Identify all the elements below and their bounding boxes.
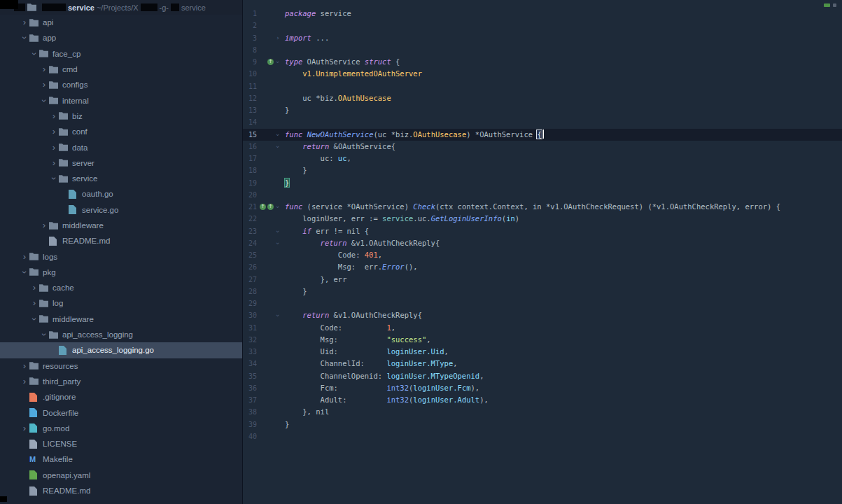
tree-item[interactable]: ›server <box>0 155 242 171</box>
line-number[interactable]: 16 <box>243 141 257 153</box>
code-line-21[interactable]: 21↑↑›func (service *OAuthService) Check(… <box>243 201 842 213</box>
code-line-39[interactable]: 39} <box>243 419 842 430</box>
code-line-30[interactable]: 30› return &v1.OAuthCheckReply{ <box>243 309 842 321</box>
tree-item[interactable]: README.md <box>0 483 242 498</box>
tree-item[interactable]: ›go.mod <box>0 421 242 436</box>
line-number[interactable]: 11 <box>243 80 257 92</box>
line-number[interactable]: 19 <box>243 177 257 189</box>
tree-item[interactable]: openapi.yaml <box>0 468 242 483</box>
code-line-20[interactable]: 20 <box>243 189 842 201</box>
tree-item[interactable]: ›conf <box>0 124 242 139</box>
chevron-right-icon[interactable]: › <box>39 64 49 74</box>
code-line-9[interactable]: 9↑›type OAuthService struct { <box>243 56 842 68</box>
tree-item[interactable]: ›configs <box>0 77 242 92</box>
chevron-down-icon[interactable]: › <box>49 174 59 183</box>
line-number[interactable]: 1 <box>243 8 257 20</box>
code-line-37[interactable]: 37 Adult: int32(loginUser.Adult), <box>243 394 842 406</box>
analysis-gray-icon[interactable] <box>833 4 836 7</box>
code-line-13[interactable]: 13} <box>243 104 842 116</box>
implemented-marker-icon[interactable]: ↑ <box>260 204 266 210</box>
tree-item[interactable]: ›middleware <box>0 312 242 327</box>
chevron-right-icon[interactable]: › <box>49 127 59 136</box>
tree-item[interactable]: ›log <box>0 295 242 311</box>
tree-item[interactable]: ›middleware <box>0 218 242 233</box>
line-number[interactable]: 8 <box>243 44 257 56</box>
chevron-down-icon[interactable]: › <box>29 49 39 59</box>
line-number[interactable]: 40 <box>243 430 257 442</box>
code-line-27[interactable]: 27 }, err <box>243 274 842 286</box>
code-line-15[interactable]: 15›func NewOAuthService(uc *biz.OAuthUse… <box>243 129 842 141</box>
tree-item[interactable]: Dockerfile <box>0 405 242 420</box>
tree-item[interactable]: api_access_logging.go <box>0 342 242 358</box>
line-number[interactable]: 37 <box>243 394 257 406</box>
fold-open-icon[interactable]: › <box>272 314 283 317</box>
code-line-1[interactable]: 1package service <box>243 8 842 20</box>
line-number[interactable]: 36 <box>243 382 257 394</box>
inspections-widget[interactable] <box>824 4 836 7</box>
tree-item[interactable]: ›logs <box>0 248 242 264</box>
tree-item[interactable]: MMakefile <box>0 451 242 467</box>
tree-item[interactable]: ›biz <box>0 108 242 124</box>
chevron-right-icon[interactable]: › <box>39 220 49 230</box>
tree-item[interactable]: README.md <box>0 233 242 248</box>
fold-open-icon[interactable]: › <box>272 205 283 209</box>
line-number[interactable]: 39 <box>243 419 257 430</box>
tree-item[interactable]: ›cache <box>0 280 242 295</box>
fold-open-icon[interactable]: › <box>272 241 283 245</box>
code-line-32[interactable]: 32 Msg: "success", <box>243 334 842 346</box>
chevron-right-icon[interactable]: › <box>39 80 49 90</box>
tree-item[interactable]: LICENSE <box>0 436 242 451</box>
chevron-down-icon[interactable]: › <box>39 96 49 106</box>
line-number[interactable]: 28 <box>243 286 257 298</box>
line-number[interactable]: 12 <box>243 92 257 104</box>
line-number[interactable]: 20 <box>243 189 257 201</box>
chevron-down-icon[interactable]: › <box>39 330 49 340</box>
tree-item[interactable]: ›cmd <box>0 62 242 77</box>
code-line-29[interactable]: 29 <box>243 298 842 309</box>
line-number[interactable]: 24 <box>243 237 257 249</box>
code-line-22[interactable]: 22 loginUser, err := service.uc.GetLogin… <box>243 213 842 225</box>
chevron-right-icon[interactable]: › <box>20 18 29 27</box>
line-number[interactable]: 33 <box>243 346 257 358</box>
tree-item[interactable]: .gitignore <box>0 389 242 405</box>
chevron-right-icon[interactable]: › <box>49 111 59 121</box>
line-number[interactable]: 15 <box>243 129 257 141</box>
line-number[interactable]: 38 <box>243 406 257 418</box>
tree-item[interactable]: oauth.go <box>0 186 242 202</box>
chevron-down-icon[interactable]: › <box>20 267 29 277</box>
code-line-18[interactable]: 18 } <box>243 164 842 176</box>
chevron-right-icon[interactable]: › <box>20 377 29 386</box>
code-line-23[interactable]: 23› if err != nil { <box>243 225 842 237</box>
code-line-26[interactable]: 26 Msg: err.Error(), <box>243 261 842 273</box>
line-number[interactable]: 34 <box>243 358 257 370</box>
tree-item[interactable]: ›face_cp <box>0 46 242 62</box>
chevron-right-icon[interactable]: › <box>20 424 29 433</box>
tree-item[interactable]: ›api_access_logging <box>0 327 242 342</box>
code-line-40[interactable]: 40 <box>243 430 842 442</box>
fold-open-icon[interactable]: › <box>272 145 283 148</box>
line-number[interactable]: 21 <box>243 201 257 213</box>
code-line-12[interactable]: 12 uc *biz.OAuthUsecase <box>243 92 842 104</box>
code-line-34[interactable]: 34 ChannelId: loginUser.MType, <box>243 358 842 370</box>
code-line-10[interactable]: 10 v1.UnimplementedOAuthServer <box>243 68 842 80</box>
code-editor[interactable]: 1package service23›import ...89↑›type OA… <box>243 0 842 504</box>
line-number[interactable]: 29 <box>243 298 257 309</box>
code-line-36[interactable]: 36 Fcm: int32(loginUser.Fcm), <box>243 382 842 394</box>
code-line-19[interactable]: 19} <box>243 177 842 189</box>
code-line-33[interactable]: 33 Uid: loginUser.Uid, <box>243 346 842 358</box>
line-number[interactable]: 35 <box>243 370 257 382</box>
tree-item[interactable]: ›internal <box>0 92 242 108</box>
line-number[interactable]: 32 <box>243 334 257 346</box>
code-line-24[interactable]: 24› return &v1.OAuthCheckReply{ <box>243 237 842 249</box>
chevron-down-icon[interactable]: › <box>29 314 39 324</box>
code-line-31[interactable]: 31 Code: 1, <box>243 322 842 334</box>
code-line-25[interactable]: 25 Code: 401, <box>243 249 842 261</box>
line-number[interactable]: 30 <box>243 309 257 321</box>
tree-item[interactable]: ›data <box>0 139 242 155</box>
line-number[interactable]: 2 <box>243 20 257 31</box>
analysis-ok-icon[interactable] <box>824 4 830 7</box>
line-number[interactable]: 27 <box>243 274 257 286</box>
chevron-right-icon[interactable]: › <box>29 283 39 293</box>
line-number[interactable]: 14 <box>243 116 257 128</box>
tree-item[interactable]: ›third_party <box>0 374 242 389</box>
